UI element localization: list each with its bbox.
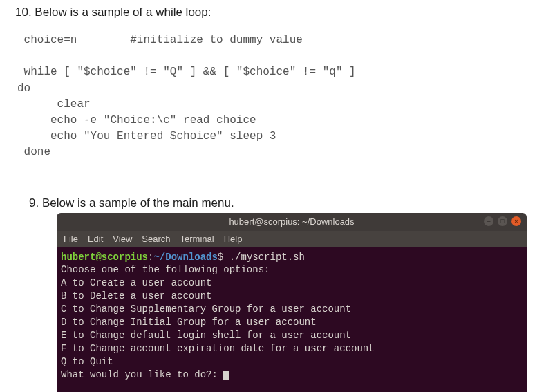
menu-search[interactable]: Search bbox=[142, 234, 170, 244]
code-line: echo -e "Choice:\c" read choice bbox=[17, 114, 256, 127]
code-line: while [ "$choice" != "Q" ] && [ "$choice… bbox=[17, 66, 356, 78]
prompt-user-host: hubert@scorpius bbox=[61, 252, 148, 263]
terminal-output-line: D to Change Initial Group for a user acc… bbox=[61, 317, 317, 328]
code-line: echo "You Entered $choice" sleep 3 bbox=[17, 130, 276, 142]
item10-heading: 10. Below is a sample of a while loop: bbox=[15, 6, 547, 19]
menu-view[interactable]: View bbox=[113, 234, 132, 244]
prompt-dollar: $ bbox=[218, 252, 229, 263]
close-button[interactable]: × bbox=[511, 216, 521, 226]
terminal-output-line: F to Change account expiration date for … bbox=[61, 343, 375, 354]
code-line: clear bbox=[17, 98, 91, 111]
terminal-output-line: B to Delete a user account bbox=[61, 290, 211, 301]
menu-terminal[interactable]: Terminal bbox=[180, 234, 214, 244]
terminal-cursor bbox=[223, 371, 229, 380]
terminal-menubar: File Edit View Search Terminal Help bbox=[57, 231, 527, 247]
terminal-command: ./myscript.sh bbox=[229, 252, 305, 263]
item9-heading: 9. Below is a sample of the main menu. bbox=[29, 196, 547, 210]
menu-edit[interactable]: Edit bbox=[88, 234, 103, 244]
maximize-button[interactable]: □ bbox=[498, 216, 507, 226]
terminal-output-line: E to Change default login shell for a us… bbox=[61, 330, 351, 341]
terminal-output-line: A to Create a user account bbox=[61, 277, 211, 288]
minimize-button[interactable]: – bbox=[484, 216, 493, 226]
window-controls: – □ × bbox=[484, 216, 521, 226]
terminal-window: hubert@scorpius: ~/Downloads – □ × File … bbox=[57, 213, 527, 393]
terminal-output-line: C to Change Supplementary Group for a us… bbox=[61, 304, 351, 315]
code-line: done bbox=[17, 146, 50, 158]
terminal-title: hubert@scorpius: ~/Downloads bbox=[229, 216, 354, 227]
terminal-output-line: Q to Quit bbox=[61, 356, 113, 367]
terminal-body[interactable]: hubert@scorpius:~/Downloads$ ./myscript.… bbox=[57, 247, 527, 393]
menu-file[interactable]: File bbox=[64, 234, 78, 244]
code-line: choice=n #initialize to dummy value bbox=[17, 34, 303, 46]
terminal-output-line: Choose one of the following options: bbox=[61, 264, 270, 275]
menu-help[interactable]: Help bbox=[224, 234, 243, 244]
prompt-path: ~/Downloads bbox=[153, 252, 217, 263]
code-sample-box: choice=n #initialize to dummy value whil… bbox=[17, 24, 538, 189]
document-page: 10. Below is a sample of a while loop: c… bbox=[0, 0, 555, 392]
code-line: do bbox=[17, 82, 30, 95]
terminal-titlebar: hubert@scorpius: ~/Downloads – □ × bbox=[57, 213, 527, 231]
terminal-output-line: What would you like to do?: bbox=[61, 369, 223, 380]
